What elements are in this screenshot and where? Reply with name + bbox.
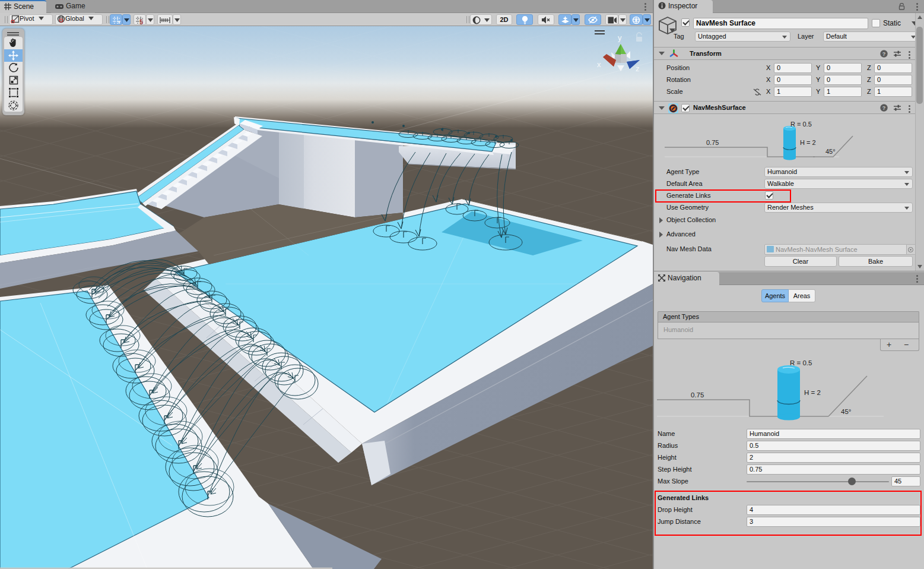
svg-text:?: ? (882, 105, 886, 111)
svg-text:z: z (636, 64, 640, 73)
svg-text:R = 0.5: R = 0.5 (790, 121, 812, 128)
svg-text:?: ? (882, 51, 886, 57)
svg-text:H = 2: H = 2 (804, 389, 821, 396)
svg-text:y: y (618, 33, 622, 42)
svg-text:0.75: 0.75 (691, 391, 704, 399)
svg-text:Y: Y (118, 20, 120, 24)
svg-text:Persp: Persp (612, 83, 635, 93)
svg-text:0.75: 0.75 (706, 139, 719, 146)
svg-text:x: x (597, 60, 601, 69)
svg-text:45°: 45° (825, 148, 836, 155)
svg-text:5: 5 (139, 18, 143, 25)
svg-text:45°: 45° (841, 408, 851, 415)
svg-text:H = 2: H = 2 (800, 139, 816, 146)
svg-text:R = 0.5: R = 0.5 (790, 359, 812, 366)
